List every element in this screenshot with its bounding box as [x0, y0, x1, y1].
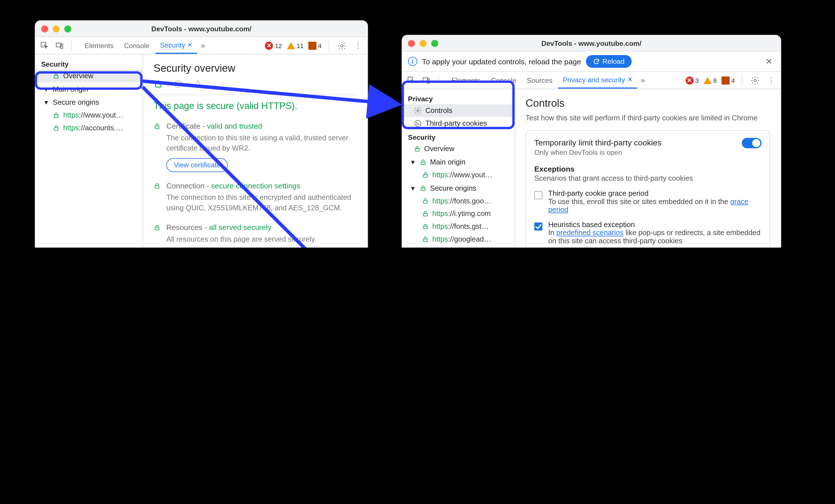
resources-row: Resources - all served securely All reso… [154, 223, 357, 245]
lock-icon [420, 184, 426, 191]
close-tab-icon[interactable]: ✕ [628, 76, 633, 83]
lock-icon [420, 159, 426, 165]
svg-rect-6 [54, 128, 58, 130]
svg-rect-9 [155, 126, 159, 129]
warning-count[interactable]: 11 [287, 42, 304, 49]
svg-rect-5 [54, 115, 58, 118]
view-certificate-button[interactable]: View certificate [166, 158, 228, 172]
window-title: DevTools - www.youtube.com/ [402, 39, 781, 47]
lock-icon [422, 172, 429, 178]
tab-security[interactable]: Security ✕ [156, 37, 197, 54]
gear-icon[interactable] [749, 75, 761, 86]
tab-elements[interactable]: Elements [80, 38, 118, 53]
sidebar-origin[interactable]: https://fonts.gst… [402, 220, 515, 233]
devtools-window-controls: DevTools - www.youtube.com/ i To apply y… [402, 35, 781, 248]
infobar-text: To apply your updated controls, reload t… [422, 57, 581, 66]
svg-rect-2 [60, 44, 63, 48]
kebab-icon[interactable]: ⋮ [766, 75, 777, 86]
exception-heuristics: Heuristics based exception In predefined… [534, 221, 761, 245]
sidebar-item-secure-origins[interactable]: ▾ Secure origins [35, 96, 143, 109]
titlebar[interactable]: DevTools - www.youtube.com/ [402, 35, 781, 51]
issues-count[interactable]: 4 [308, 42, 322, 49]
svg-rect-23 [423, 175, 427, 177]
sidebar-origin[interactable]: https://www.yout… [35, 109, 143, 122]
inspect-icon[interactable] [39, 40, 50, 51]
sidebar-item-main-origin[interactable]: ▾ Main origin [402, 155, 515, 169]
exceptions-sub: Scenarios that grant access to third-par… [534, 174, 761, 183]
svg-rect-24 [421, 188, 425, 190]
device-toolbar-icon[interactable] [54, 40, 65, 51]
sidebar-origin[interactable]: https://www.goo… [402, 246, 515, 248]
summary-icons [154, 79, 357, 89]
zoom-window-button[interactable] [431, 40, 438, 46]
sidebar-origin[interactable]: https://www.yout… [402, 168, 515, 181]
security-overview-content: Security overview This page is secure (v… [143, 54, 368, 248]
svg-rect-26 [423, 213, 427, 216]
checkbox-grace-period[interactable] [534, 191, 542, 199]
svg-rect-11 [155, 227, 159, 230]
warning-count[interactable]: 8 [704, 77, 717, 84]
page-subtitle: Test how this site will perform if third… [526, 114, 770, 122]
lock-icon [422, 197, 429, 204]
lock-icon [154, 183, 160, 190]
info-icon: i [408, 57, 418, 66]
annotation-highlight [35, 71, 143, 90]
issues-count[interactable]: 4 [721, 76, 735, 84]
svg-rect-27 [423, 226, 427, 229]
checkbox-heuristics[interactable] [534, 223, 542, 231]
main-toolbar: Elements Console Security ✕ » ✕12 11 4 ⋮ [35, 37, 367, 54]
close-window-button[interactable] [41, 25, 48, 32]
error-count[interactable]: ✕12 [265, 42, 282, 49]
reload-button[interactable]: Reload [586, 55, 631, 68]
lock-icon [422, 210, 429, 217]
sidebar-origin[interactable]: https://i.ytimg.com [402, 208, 515, 220]
kebab-icon[interactable]: ⋮ [352, 40, 364, 51]
more-tabs-icon[interactable]: » [199, 39, 207, 52]
predefined-scenarios-link[interactable]: predefined scenarios [556, 229, 624, 237]
limit-title: Temporarily limit third-party cookies [534, 138, 661, 147]
close-tab-icon[interactable]: ✕ [187, 41, 192, 49]
error-count[interactable]: ✕3 [685, 76, 699, 84]
svg-rect-7 [156, 84, 161, 87]
close-window-button[interactable] [408, 40, 415, 46]
exception-grace-period: Third-party cookie grace period To use t… [534, 190, 761, 214]
sidebar-item-secure-origins[interactable]: ▾ Secure origins [402, 181, 515, 195]
svg-rect-10 [155, 186, 159, 188]
sidebar-group-security: Security [35, 57, 143, 69]
infobar: i To apply your updated controls, reload… [402, 51, 781, 72]
more-tabs-icon[interactable]: » [638, 74, 647, 87]
lock-icon [414, 145, 421, 152]
limit-cookies-card: Temporarily limit third-party cookies On… [526, 130, 770, 248]
tab-sources[interactable]: Sources [522, 72, 557, 88]
limit-sub: Only when DevTools is open [534, 148, 661, 156]
minimize-window-button[interactable] [420, 40, 426, 46]
zoom-window-button[interactable] [64, 25, 71, 32]
lock-icon [53, 112, 60, 119]
connection-row: Connection - secure connection settings … [154, 182, 357, 213]
sidebar-origin[interactable]: https://accounts.… [35, 122, 143, 134]
lock-icon [154, 123, 160, 130]
svg-rect-21 [415, 149, 419, 151]
gear-icon[interactable] [336, 40, 348, 51]
lock-icon [422, 236, 429, 243]
page-title: Security overview [154, 63, 357, 75]
lock-icon [422, 223, 429, 230]
controls-content: Controls Test how this site will perform… [515, 89, 781, 248]
tab-privacy-and-security[interactable]: Privacy and security ✕ [558, 72, 637, 88]
sidebar-origin[interactable]: https://googlead… [402, 233, 515, 246]
window-title: DevTools - www.youtube.com/ [35, 25, 367, 33]
close-infobar-icon[interactable]: ✕ [763, 56, 775, 67]
minimize-window-button[interactable] [53, 25, 60, 32]
svg-point-15 [754, 79, 756, 81]
svg-point-3 [341, 44, 343, 47]
sidebar-group-security: Security [402, 130, 515, 143]
limit-toggle[interactable] [742, 138, 761, 148]
page-secure-heading: This page is secure (valid HTTPS). [154, 101, 357, 111]
sidebar-item-overview[interactable]: Overview [402, 143, 515, 155]
svg-rect-28 [423, 239, 427, 241]
page-title: Controls [526, 97, 770, 109]
sidebar-origin[interactable]: https://fonts.goo… [402, 195, 515, 208]
tab-console[interactable]: Console [119, 38, 154, 53]
titlebar[interactable]: DevTools - www.youtube.com/ [35, 21, 367, 37]
exceptions-title: Exceptions [534, 165, 761, 173]
